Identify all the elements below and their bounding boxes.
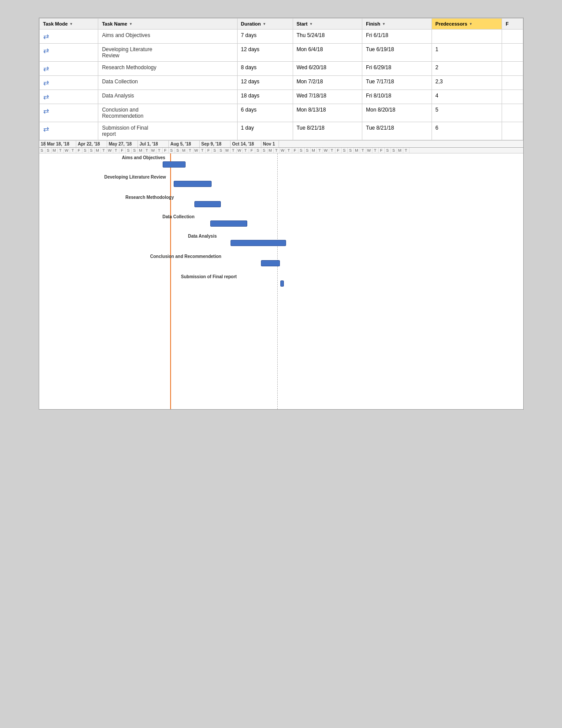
col-header-duration[interactable]: Duration ▼ [237, 19, 293, 30]
table-header-row: Task Mode ▼ Task Name ▼ Duration ▼ [39, 19, 523, 30]
gantt-day-label: S [126, 148, 132, 153]
gantt-day-label: T [360, 148, 366, 153]
task-mode-icon: ⇄ [43, 65, 49, 72]
task-mode-icon: ⇄ [43, 79, 49, 86]
gantt-day-label: F [379, 148, 385, 153]
finish-cell: Tue 8/21/18 [362, 122, 432, 140]
task-mode-icon: ⇄ [43, 47, 49, 54]
finish-dropdown-icon[interactable]: ▼ [382, 22, 386, 26]
gantt-day-label: M [138, 148, 144, 153]
start-cell: Mon 8/13/18 [293, 104, 362, 122]
gantt-period-label: Oct 14, '18 [231, 141, 261, 147]
gantt-orange-line [170, 153, 171, 409]
col-header-finish[interactable]: Finish ▼ [362, 19, 432, 30]
gantt-day-label: W [107, 148, 113, 153]
gantt-day-label: W [64, 148, 70, 153]
task-mode-cell: ⇄ [39, 30, 98, 44]
gantt-day-label: T [372, 148, 379, 153]
duration-cell: 7 days [237, 30, 293, 44]
gantt-day-label: T [317, 148, 323, 153]
col-header-task-name[interactable]: Task Name ▼ [98, 19, 237, 30]
task-mode-icon: ⇄ [43, 107, 49, 115]
task-mode-icon: ⇄ [43, 33, 49, 40]
duration-cell: 1 day [237, 122, 293, 140]
gantt-day-label: W [323, 148, 329, 153]
gantt-day-label: S [298, 148, 305, 153]
gantt-day-label: S [175, 148, 181, 153]
task-mode-cell: ⇄ [39, 104, 98, 122]
gantt-day-label: M [268, 148, 274, 153]
task-name-dropdown-icon[interactable]: ▼ [129, 22, 133, 26]
gantt-day-label: M [311, 148, 317, 153]
gantt-day-label: F [76, 148, 82, 153]
task-name-cell: Developing Literature Review [98, 44, 237, 62]
duration-cell: 18 days [237, 90, 293, 104]
gantt-day-label: F [249, 148, 255, 153]
finish-cell: Tue 7/17/18 [362, 76, 432, 90]
gantt-days-row: SSMTWTFSSMTWTFSSMTWTFSSMTWTFSSMTWTFSSMTW… [39, 148, 523, 153]
gantt-day-label: S [218, 148, 224, 153]
gantt-bar [210, 220, 247, 227]
finish-cell: Fri 6/1/18 [362, 30, 432, 44]
f-cell [502, 76, 523, 90]
predecessors-cell: 6 [432, 122, 502, 140]
start-dropdown-icon[interactable]: ▼ [309, 22, 313, 26]
gantt-day-label: F [292, 148, 298, 153]
gantt-day-label: F [163, 148, 169, 153]
gantt-day-label: T [286, 148, 292, 153]
gantt-day-label: F [119, 148, 126, 153]
col-header-task-mode[interactable]: Task Mode ▼ [39, 19, 98, 30]
gantt-day-label: T [403, 148, 409, 153]
duration-dropdown-icon[interactable]: ▼ [263, 22, 266, 26]
task-mode-cell: ⇄ [39, 122, 98, 140]
task-name-cell: Aims and Objectives [98, 30, 237, 44]
gantt-day-label: T [156, 148, 163, 153]
gantt-day-label: S [132, 148, 138, 153]
gantt-day-label: M [354, 148, 360, 153]
duration-cell: 6 days [237, 104, 293, 122]
f-cell [502, 104, 523, 122]
gantt-day-label: M [52, 148, 58, 153]
gantt-day-label: M [224, 148, 231, 153]
gantt-day-label: W [366, 148, 372, 153]
task-mode-dropdown-icon[interactable]: ▼ [70, 22, 73, 26]
gantt-period-label: Sep 9, '18 [200, 141, 231, 147]
gantt-day-label: M [397, 148, 403, 153]
gantt-body: Aims and ObjectivesDeveloping Literature… [39, 153, 523, 409]
gantt-day-label: T [231, 148, 237, 153]
gantt-day-label: M [181, 148, 187, 153]
gantt-day-label: S [82, 148, 89, 153]
predecessors-dropdown-icon[interactable]: ▼ [469, 22, 473, 26]
gantt-day-label: W [150, 148, 156, 153]
gantt-day-label: T [58, 148, 64, 153]
finish-cell: Mon 8/20/18 [362, 104, 432, 122]
col-header-predecessors[interactable]: Predecessors ▼ [432, 19, 502, 30]
gantt-day-label: S [391, 148, 397, 153]
gantt-period-label: Aug 5, '18 [169, 141, 200, 147]
start-cell: Wed 6/20/18 [293, 62, 362, 76]
gantt-bar-label: Aims and Objectives [122, 155, 165, 160]
main-container: Task Mode ▼ Task Name ▼ Duration ▼ [39, 18, 524, 410]
col-header-f[interactable]: F [502, 19, 523, 30]
gantt-day-label: S [348, 148, 354, 153]
gantt-day-label: F [335, 148, 342, 153]
table-row: ⇄Data Collection12 daysMon 7/2/18Tue 7/1… [39, 76, 523, 90]
gantt-day-label: T [243, 148, 249, 153]
gantt-period-label: Mar 18, '18 [45, 141, 76, 147]
gantt-day-label: T [144, 148, 150, 153]
task-mode-icon: ⇄ [43, 93, 49, 101]
col-header-start[interactable]: Start ▼ [293, 19, 362, 30]
gantt-period-label: 18 [39, 141, 45, 147]
table-row: ⇄Developing Literature Review12 daysMon … [39, 44, 523, 62]
gantt-bar-label: Data Collection [163, 214, 195, 219]
gantt-day-label: T [329, 148, 335, 153]
gantt-dashed-line [277, 153, 278, 409]
gantt-day-label: W [280, 148, 286, 153]
task-name-cell: Data Collection [98, 76, 237, 90]
table-row: ⇄Submission of Final report1 dayTue 8/21… [39, 122, 523, 140]
task-name-cell: Conclusion and Recommendetion [98, 104, 237, 122]
f-cell [502, 62, 523, 76]
duration-cell: 12 days [237, 44, 293, 62]
f-cell [502, 122, 523, 140]
gantt-bar-label: Data Analysis [188, 234, 217, 239]
